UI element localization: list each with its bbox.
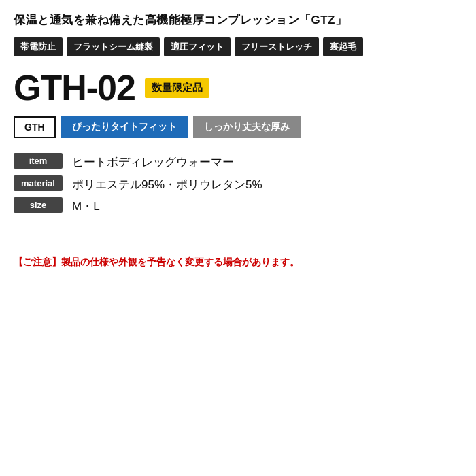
spec-label: size	[14, 197, 63, 213]
type-fit-badge: ぴったりタイトフィット	[61, 116, 188, 138]
spec-value: ヒートボディレッグウォーマー	[72, 153, 234, 171]
limited-badge: 数量限定品	[145, 78, 209, 98]
spec-label: material	[14, 175, 63, 191]
tag-badge: 帯電防止	[14, 37, 63, 56]
tag-badge: 裏起毛	[323, 37, 363, 56]
tag-badge: フリーストレッチ	[235, 37, 319, 56]
type-code-badge: GTH	[14, 116, 56, 138]
spec-row: materialポリエステル95%・ポリウレタン5%	[14, 175, 462, 194]
spec-value: M・L	[72, 197, 100, 216]
tag-badge: 適圧フィット	[164, 37, 231, 56]
tags-row: 帯電防止フラットシーム縫製適圧フィットフリーストレッチ裏起毛	[14, 37, 462, 56]
type-thick-badge: しっかり丈夫な厚み	[193, 116, 301, 138]
spec-row: sizeM・L	[14, 197, 462, 216]
type-row: GTH ぴったりタイトフィット しっかり丈夫な厚み	[14, 116, 462, 138]
product-id-row: GTH-02 数量限定品	[14, 70, 462, 105]
notice-text: 【ご注意】製品の仕様や外観を予告なく変更する場合があります。	[14, 256, 462, 269]
page-headline: 保温と通気を兼ね備えた高機能極厚コンプレッション「GTZ」	[14, 12, 462, 28]
spec-value: ポリエステル95%・ポリウレタン5%	[72, 175, 262, 194]
spec-label: item	[14, 153, 63, 169]
spec-row: itemヒートボディレッグウォーマー	[14, 153, 462, 171]
page-wrapper: 保温と通気を兼ね備えた高機能極厚コンプレッション「GTZ」 帯電防止フラットシー…	[0, 0, 476, 476]
specs-table: itemヒートボディレッグウォーマーmaterialポリエステル95%・ポリウレ…	[14, 153, 462, 216]
tag-badge: フラットシーム縫製	[67, 37, 160, 56]
product-id: GTH-02	[14, 70, 135, 105]
